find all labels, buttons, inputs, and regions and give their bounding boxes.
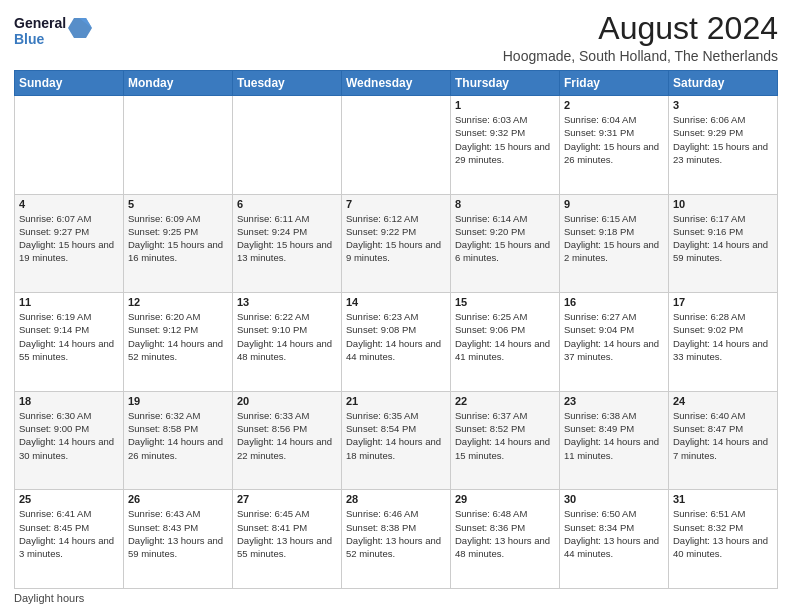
day-number: 17 [673, 296, 773, 308]
page: General Blue August 2024 Hoogmade, South… [0, 0, 792, 612]
day-number: 1 [455, 99, 555, 111]
day-info: Sunrise: 6:17 AM Sunset: 9:16 PM Dayligh… [673, 212, 773, 265]
calendar-cell [342, 96, 451, 195]
day-number: 2 [564, 99, 664, 111]
day-number: 7 [346, 198, 446, 210]
day-info: Sunrise: 6:40 AM Sunset: 8:47 PM Dayligh… [673, 409, 773, 462]
calendar-cell: 28Sunrise: 6:46 AM Sunset: 8:38 PM Dayli… [342, 490, 451, 589]
day-number: 25 [19, 493, 119, 505]
day-info: Sunrise: 6:50 AM Sunset: 8:34 PM Dayligh… [564, 507, 664, 560]
calendar-cell: 16Sunrise: 6:27 AM Sunset: 9:04 PM Dayli… [560, 293, 669, 392]
day-number: 15 [455, 296, 555, 308]
calendar-cell: 5Sunrise: 6:09 AM Sunset: 9:25 PM Daylig… [124, 194, 233, 293]
calendar-week-row: 18Sunrise: 6:30 AM Sunset: 9:00 PM Dayli… [15, 391, 778, 490]
calendar-cell: 18Sunrise: 6:30 AM Sunset: 9:00 PM Dayli… [15, 391, 124, 490]
day-info: Sunrise: 6:51 AM Sunset: 8:32 PM Dayligh… [673, 507, 773, 560]
calendar-cell: 23Sunrise: 6:38 AM Sunset: 8:49 PM Dayli… [560, 391, 669, 490]
col-sunday: Sunday [15, 71, 124, 96]
day-info: Sunrise: 6:48 AM Sunset: 8:36 PM Dayligh… [455, 507, 555, 560]
calendar-cell [233, 96, 342, 195]
day-number: 11 [19, 296, 119, 308]
day-info: Sunrise: 6:33 AM Sunset: 8:56 PM Dayligh… [237, 409, 337, 462]
day-info: Sunrise: 6:07 AM Sunset: 9:27 PM Dayligh… [19, 212, 119, 265]
day-number: 10 [673, 198, 773, 210]
calendar-week-row: 4Sunrise: 6:07 AM Sunset: 9:27 PM Daylig… [15, 194, 778, 293]
location-subtitle: Hoogmade, South Holland, The Netherlands [503, 48, 778, 64]
day-number: 4 [19, 198, 119, 210]
day-info: Sunrise: 6:43 AM Sunset: 8:43 PM Dayligh… [128, 507, 228, 560]
svg-text:General: General [14, 15, 66, 31]
calendar-cell: 29Sunrise: 6:48 AM Sunset: 8:36 PM Dayli… [451, 490, 560, 589]
calendar-cell: 4Sunrise: 6:07 AM Sunset: 9:27 PM Daylig… [15, 194, 124, 293]
col-tuesday: Tuesday [233, 71, 342, 96]
day-info: Sunrise: 6:32 AM Sunset: 8:58 PM Dayligh… [128, 409, 228, 462]
day-number: 19 [128, 395, 228, 407]
calendar-week-row: 11Sunrise: 6:19 AM Sunset: 9:14 PM Dayli… [15, 293, 778, 392]
calendar-cell [124, 96, 233, 195]
calendar-cell: 1Sunrise: 6:03 AM Sunset: 9:32 PM Daylig… [451, 96, 560, 195]
month-year-title: August 2024 [503, 10, 778, 47]
day-info: Sunrise: 6:37 AM Sunset: 8:52 PM Dayligh… [455, 409, 555, 462]
calendar-week-row: 25Sunrise: 6:41 AM Sunset: 8:45 PM Dayli… [15, 490, 778, 589]
day-number: 13 [237, 296, 337, 308]
calendar-cell: 8Sunrise: 6:14 AM Sunset: 9:20 PM Daylig… [451, 194, 560, 293]
svg-text:Blue: Blue [14, 31, 45, 47]
header: General Blue August 2024 Hoogmade, South… [14, 10, 778, 64]
calendar-cell: 15Sunrise: 6:25 AM Sunset: 9:06 PM Dayli… [451, 293, 560, 392]
day-info: Sunrise: 6:15 AM Sunset: 9:18 PM Dayligh… [564, 212, 664, 265]
day-info: Sunrise: 6:04 AM Sunset: 9:31 PM Dayligh… [564, 113, 664, 166]
col-friday: Friday [560, 71, 669, 96]
col-thursday: Thursday [451, 71, 560, 96]
day-number: 18 [19, 395, 119, 407]
calendar-cell: 11Sunrise: 6:19 AM Sunset: 9:14 PM Dayli… [15, 293, 124, 392]
day-number: 24 [673, 395, 773, 407]
day-info: Sunrise: 6:25 AM Sunset: 9:06 PM Dayligh… [455, 310, 555, 363]
day-info: Sunrise: 6:41 AM Sunset: 8:45 PM Dayligh… [19, 507, 119, 560]
col-saturday: Saturday [669, 71, 778, 96]
calendar-cell: 3Sunrise: 6:06 AM Sunset: 9:29 PM Daylig… [669, 96, 778, 195]
calendar-cell: 10Sunrise: 6:17 AM Sunset: 9:16 PM Dayli… [669, 194, 778, 293]
day-number: 3 [673, 99, 773, 111]
calendar-cell: 25Sunrise: 6:41 AM Sunset: 8:45 PM Dayli… [15, 490, 124, 589]
calendar-cell: 22Sunrise: 6:37 AM Sunset: 8:52 PM Dayli… [451, 391, 560, 490]
day-info: Sunrise: 6:12 AM Sunset: 9:22 PM Dayligh… [346, 212, 446, 265]
svg-marker-2 [68, 18, 92, 38]
day-number: 14 [346, 296, 446, 308]
day-number: 28 [346, 493, 446, 505]
day-number: 12 [128, 296, 228, 308]
day-info: Sunrise: 6:11 AM Sunset: 9:24 PM Dayligh… [237, 212, 337, 265]
calendar-header-row: Sunday Monday Tuesday Wednesday Thursday… [15, 71, 778, 96]
day-number: 9 [564, 198, 664, 210]
day-number: 21 [346, 395, 446, 407]
day-number: 5 [128, 198, 228, 210]
day-info: Sunrise: 6:23 AM Sunset: 9:08 PM Dayligh… [346, 310, 446, 363]
day-info: Sunrise: 6:30 AM Sunset: 9:00 PM Dayligh… [19, 409, 119, 462]
calendar-cell: 31Sunrise: 6:51 AM Sunset: 8:32 PM Dayli… [669, 490, 778, 589]
title-area: August 2024 Hoogmade, South Holland, The… [503, 10, 778, 64]
calendar-cell: 30Sunrise: 6:50 AM Sunset: 8:34 PM Dayli… [560, 490, 669, 589]
col-wednesday: Wednesday [342, 71, 451, 96]
day-info: Sunrise: 6:38 AM Sunset: 8:49 PM Dayligh… [564, 409, 664, 462]
day-info: Sunrise: 6:03 AM Sunset: 9:32 PM Dayligh… [455, 113, 555, 166]
day-number: 23 [564, 395, 664, 407]
daylight-hours-label: Daylight hours [14, 592, 84, 604]
day-info: Sunrise: 6:22 AM Sunset: 9:10 PM Dayligh… [237, 310, 337, 363]
footer-note: Daylight hours [14, 592, 778, 604]
day-number: 6 [237, 198, 337, 210]
logo-icon: General Blue [14, 10, 94, 50]
calendar-cell: 13Sunrise: 6:22 AM Sunset: 9:10 PM Dayli… [233, 293, 342, 392]
day-info: Sunrise: 6:09 AM Sunset: 9:25 PM Dayligh… [128, 212, 228, 265]
day-info: Sunrise: 6:28 AM Sunset: 9:02 PM Dayligh… [673, 310, 773, 363]
day-number: 22 [455, 395, 555, 407]
calendar-cell: 20Sunrise: 6:33 AM Sunset: 8:56 PM Dayli… [233, 391, 342, 490]
day-info: Sunrise: 6:19 AM Sunset: 9:14 PM Dayligh… [19, 310, 119, 363]
day-number: 8 [455, 198, 555, 210]
calendar-cell: 6Sunrise: 6:11 AM Sunset: 9:24 PM Daylig… [233, 194, 342, 293]
calendar-cell: 2Sunrise: 6:04 AM Sunset: 9:31 PM Daylig… [560, 96, 669, 195]
calendar-cell [15, 96, 124, 195]
calendar-cell: 14Sunrise: 6:23 AM Sunset: 9:08 PM Dayli… [342, 293, 451, 392]
calendar-week-row: 1Sunrise: 6:03 AM Sunset: 9:32 PM Daylig… [15, 96, 778, 195]
calendar-cell: 9Sunrise: 6:15 AM Sunset: 9:18 PM Daylig… [560, 194, 669, 293]
day-info: Sunrise: 6:27 AM Sunset: 9:04 PM Dayligh… [564, 310, 664, 363]
day-info: Sunrise: 6:20 AM Sunset: 9:12 PM Dayligh… [128, 310, 228, 363]
